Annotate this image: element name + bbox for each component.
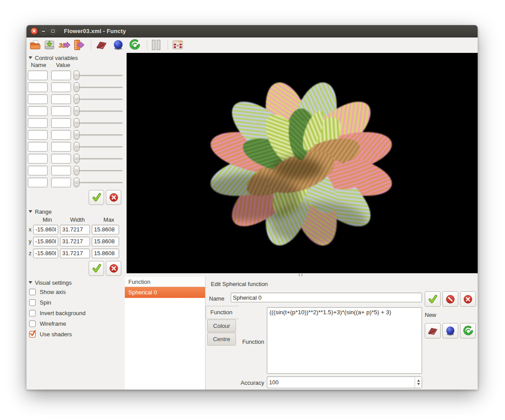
delete-function-button[interactable] [460, 291, 476, 307]
variable-value-input[interactable] [51, 178, 71, 187]
cancel-variables-button[interactable] [106, 190, 121, 205]
z-min-input[interactable] [33, 249, 58, 258]
slider-handle[interactable] [74, 118, 79, 128]
spin-down-icon[interactable] [417, 383, 420, 385]
variable-value-input[interactable] [51, 118, 71, 128]
variable-slider[interactable] [74, 130, 123, 140]
cancel-range-button[interactable] [106, 261, 121, 276]
accuracy-input[interactable] [267, 376, 422, 388]
variable-slider[interactable] [74, 106, 123, 116]
wireframe-checkbox[interactable] [29, 320, 36, 327]
minimize-button[interactable] [40, 27, 47, 35]
new-cartesian-function-button[interactable] [425, 323, 441, 338]
spin-up-icon[interactable] [417, 379, 420, 382]
variable-slider[interactable] [74, 118, 123, 128]
show-axis-checkbox[interactable] [29, 289, 36, 295]
export-video-button[interactable] [72, 39, 85, 51]
new-spherical-function-button[interactable] [442, 323, 458, 338]
slider-handle[interactable] [74, 82, 79, 92]
variable-value-input[interactable] [51, 94, 71, 104]
variable-slider[interactable] [74, 82, 123, 92]
z-width-input[interactable] [60, 249, 90, 258]
variable-value-input[interactable] [51, 130, 71, 140]
variable-value-input[interactable] [51, 166, 71, 175]
save-file-button[interactable] [43, 39, 56, 51]
range-expander[interactable]: Range [28, 208, 123, 216]
slider-handle[interactable] [74, 178, 79, 187]
variable-name-input[interactable] [28, 82, 48, 92]
control-variables-expander[interactable]: Control variables [28, 54, 123, 62]
x-min-input[interactable] [33, 225, 58, 234]
cartesian-plane-icon [427, 326, 438, 336]
slider-handle[interactable] [74, 142, 79, 152]
slider-handle[interactable] [74, 154, 79, 164]
spin-checkbox[interactable] [29, 299, 36, 306]
variable-name-input[interactable] [28, 94, 48, 104]
y-max-input[interactable] [92, 237, 119, 246]
function-list-item-spherical0[interactable]: Spherical 0 [125, 287, 205, 298]
variable-name-input[interactable] [28, 166, 48, 175]
variable-name-input[interactable] [28, 71, 48, 80]
pause-button[interactable] [150, 39, 162, 51]
apply-variables-button[interactable] [89, 190, 104, 205]
apply-function-button[interactable] [425, 291, 441, 307]
show-axis-option[interactable]: Show axis [28, 286, 123, 297]
export-3d-model-button[interactable]: 3D [58, 39, 70, 51]
variable-value-input[interactable] [51, 82, 71, 92]
variable-slider[interactable] [74, 166, 123, 175]
save-icon [44, 39, 55, 51]
variable-name-input[interactable] [28, 154, 48, 164]
x-max-input[interactable] [92, 225, 119, 234]
wireframe-option[interactable]: Wireframe [28, 318, 123, 329]
y-min-input[interactable] [33, 237, 58, 246]
render-viewport[interactable] [127, 53, 478, 273]
variable-name-input[interactable] [28, 118, 48, 128]
variable-value-input[interactable] [51, 71, 71, 80]
variable-value-input[interactable] [51, 142, 71, 152]
screen-options-button[interactable] [172, 39, 184, 51]
use-shaders-option[interactable]: Use shaders [28, 329, 123, 339]
close-button[interactable] [30, 27, 38, 35]
variable-slider[interactable] [74, 142, 123, 152]
variable-name-input[interactable] [28, 142, 48, 152]
slider-handle[interactable] [74, 130, 79, 140]
open-file-button[interactable] [29, 39, 41, 51]
variable-slider[interactable] [74, 178, 123, 187]
y-width-input[interactable] [60, 237, 90, 246]
variable-name-input[interactable] [28, 130, 48, 140]
new-curve-button[interactable] [128, 39, 141, 51]
function-expression-input[interactable]: (((sin(t+(p*10))**2)**1.5)+3)*(sin((a+ p… [267, 307, 422, 374]
variable-slider[interactable] [74, 94, 123, 104]
invert-background-option[interactable]: Invert background [28, 308, 123, 318]
use-shaders-checkbox[interactable] [29, 331, 36, 338]
apply-range-button[interactable] [89, 261, 104, 276]
variable-slider[interactable] [74, 154, 123, 164]
function-list[interactable]: Function Spherical 0 [125, 277, 206, 390]
spin-option[interactable]: Spin [28, 297, 123, 308]
variable-value-input[interactable] [51, 106, 71, 116]
slider-handle[interactable] [74, 166, 79, 175]
spinner-buttons[interactable] [415, 377, 422, 388]
slider-handle[interactable] [74, 94, 79, 104]
pane-resize-handle[interactable] [299, 274, 304, 276]
export-3d-icon: 3D [58, 39, 70, 51]
z-max-input[interactable] [92, 249, 119, 258]
invert-background-checkbox[interactable] [29, 310, 36, 316]
tab-function[interactable]: Function [206, 306, 239, 319]
new-cartesian-button[interactable] [95, 39, 108, 51]
variable-value-input[interactable] [51, 154, 71, 164]
x-width-input[interactable] [60, 225, 90, 234]
new-curve-function-button[interactable] [460, 323, 476, 338]
tab-colour[interactable]: Colour [207, 320, 236, 332]
function-name-input[interactable] [231, 293, 422, 302]
variable-name-input[interactable] [28, 106, 48, 116]
variable-slider[interactable] [74, 71, 123, 80]
name-label: Name [209, 295, 224, 302]
slider-handle[interactable] [74, 71, 79, 80]
maximize-button[interactable] [49, 27, 56, 35]
revert-function-button[interactable] [442, 291, 458, 307]
visual-settings-expander[interactable]: Visual settings [28, 279, 123, 286]
new-spherical-button[interactable] [112, 39, 124, 51]
slider-handle[interactable] [74, 106, 79, 116]
variable-name-input[interactable] [28, 178, 48, 187]
